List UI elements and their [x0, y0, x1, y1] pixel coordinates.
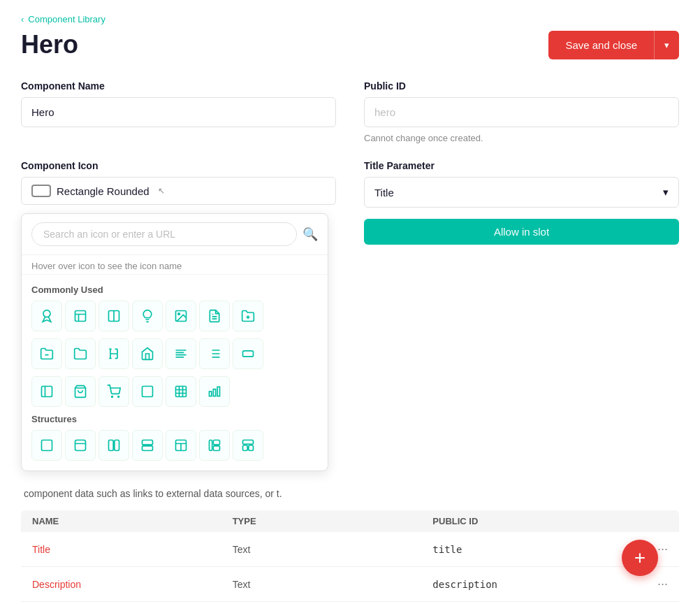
table-body: Title Text title ··· Description Text de…	[21, 532, 679, 602]
icon-preview	[31, 185, 51, 197]
icon-cell[interactable]	[132, 301, 163, 331]
svg-rect-40	[249, 445, 254, 451]
svg-rect-32	[143, 440, 153, 445]
chevron-down-icon: ▾	[663, 186, 669, 199]
commonly-used-icons-row1	[31, 301, 318, 331]
icon-cell[interactable]	[199, 338, 230, 369]
bottom-section: component data such as links to external…	[21, 488, 679, 602]
component-name-input[interactable]	[21, 97, 336, 127]
row-type: Text	[233, 544, 433, 555]
title-parameter-select[interactable]: Title ▾	[364, 177, 679, 208]
icon-cell[interactable]	[65, 376, 96, 407]
col-header-actions	[633, 516, 668, 526]
icon-cell[interactable]	[132, 338, 163, 369]
icon-cell[interactable]	[99, 301, 129, 331]
row-menu-button[interactable]: ···	[633, 577, 668, 591]
bottom-hint: component data such as links to external…	[21, 488, 679, 499]
save-close-button[interactable]: Save and close	[548, 31, 654, 59]
allow-in-slot-button[interactable]: Allow in slot	[364, 219, 679, 245]
icon-cell[interactable]	[31, 376, 62, 407]
svg-rect-24	[176, 387, 187, 397]
icon-search-row: 🔍	[22, 214, 328, 255]
svg-point-21	[112, 396, 113, 398]
icon-scroll-area[interactable]: Commonly Used	[22, 275, 328, 470]
page-title: Hero	[21, 30, 78, 59]
icon-cell[interactable]	[99, 430, 129, 461]
title-parameter-value: Title	[374, 187, 394, 199]
icon-cell[interactable]	[166, 430, 196, 461]
fab-add-button[interactable]: +	[622, 540, 658, 576]
svg-rect-26	[213, 389, 215, 396]
svg-rect-27	[217, 387, 219, 396]
svg-rect-19	[42, 387, 52, 397]
icon-cell[interactable]	[166, 301, 196, 331]
svg-rect-25	[210, 391, 212, 396]
structures-icons	[31, 430, 318, 461]
icon-cell[interactable]	[233, 338, 263, 369]
col-header-public-id: PUBLIC ID	[432, 516, 633, 526]
public-id-label: Public ID	[364, 80, 679, 92]
save-close-dropdown-button[interactable]: ▾	[654, 31, 679, 59]
breadcrumb[interactable]: ‹ Component Library	[21, 14, 679, 24]
svg-rect-36	[213, 440, 219, 445]
row-public-id: description	[432, 579, 633, 590]
svg-rect-38	[243, 440, 254, 445]
icon-cell[interactable]	[166, 376, 196, 407]
component-icon-label: Component Icon	[21, 160, 336, 171]
icon-hover-hint: Hover over icon to see the icon name	[22, 255, 328, 275]
icon-cell[interactable]	[166, 338, 196, 369]
table-header: NAME TYPE PUBLIC ID	[21, 510, 679, 532]
icon-cell[interactable]	[233, 430, 263, 461]
svg-rect-30	[109, 440, 114, 451]
row-name: Description	[32, 579, 233, 590]
component-icon-group: Component Icon Rectangle Rounded ↖ 🔍 Hov…	[21, 160, 336, 471]
component-name-group: Component Name	[21, 80, 336, 143]
commonly-used-title: Commonly Used	[31, 285, 318, 295]
icon-cell[interactable]	[99, 338, 129, 369]
public-id-group: Public ID Cannot change once created.	[364, 80, 679, 143]
breadcrumb-label: Component Library	[28, 14, 105, 24]
svg-rect-37	[213, 446, 219, 451]
svg-point-4	[178, 313, 180, 315]
svg-rect-29	[75, 440, 86, 451]
icon-cell[interactable]	[31, 338, 62, 369]
title-parameter-label: Title Parameter	[364, 160, 679, 171]
title-parameter-group: Title Parameter Title ▾ Allow in slot	[364, 160, 679, 471]
svg-rect-33	[143, 446, 153, 451]
icon-picker-dropdown: 🔍 Hover over icon to see the icon name C…	[21, 213, 328, 471]
public-id-input[interactable]	[364, 97, 679, 127]
commonly-used-icons-row2	[31, 338, 318, 369]
icon-cell[interactable]	[132, 430, 163, 461]
svg-rect-18	[243, 351, 254, 357]
icon-cell[interactable]	[31, 430, 62, 461]
svg-rect-23	[143, 387, 153, 397]
row-type: Text	[233, 579, 433, 590]
row-public-id: title	[432, 544, 633, 555]
save-close-group: Save and close ▾	[548, 31, 679, 59]
icon-cell[interactable]	[132, 376, 163, 407]
svg-rect-1	[75, 311, 86, 322]
icon-cell[interactable]	[31, 301, 62, 331]
col-header-name: NAME	[32, 516, 233, 526]
icon-search-input[interactable]	[31, 222, 297, 246]
icon-cell[interactable]	[233, 301, 263, 331]
table-row: Description Text description ···	[21, 567, 679, 602]
icon-cell[interactable]	[199, 301, 230, 331]
icon-cell[interactable]	[65, 338, 96, 369]
form-grid: Component Name Public ID Cannot change o…	[21, 80, 679, 471]
breadcrumb-chevron: ‹	[21, 14, 24, 24]
svg-point-22	[118, 396, 119, 398]
row-name: Title	[32, 544, 233, 555]
icon-cell[interactable]	[199, 430, 230, 461]
commonly-used-icons-row3	[31, 376, 318, 407]
icon-cell[interactable]	[65, 301, 96, 331]
col-header-type: TYPE	[233, 516, 433, 526]
icon-search-button[interactable]: 🔍	[302, 226, 318, 242]
icon-cell[interactable]	[65, 430, 96, 461]
cursor-icon: ↖	[158, 186, 165, 196]
icon-cell[interactable]	[99, 376, 129, 407]
icon-cell[interactable]	[199, 376, 230, 407]
svg-rect-28	[42, 440, 52, 451]
svg-rect-31	[115, 440, 119, 451]
component-icon-selector[interactable]: Rectangle Rounded ↖	[21, 177, 336, 205]
